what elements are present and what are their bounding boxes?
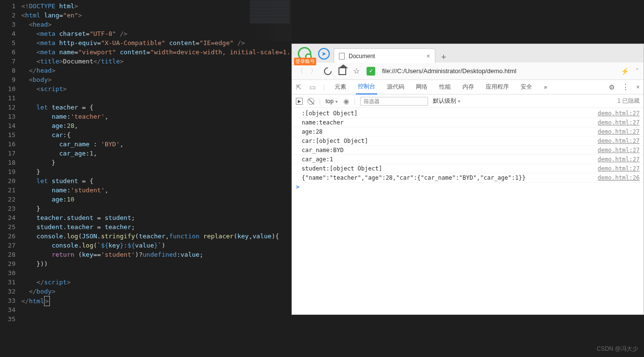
browser-window: 登录账号 ➤ Document × + 〈 〉 ☆ ✓ file:///C:/U…: [291, 44, 644, 315]
console-row[interactable]: car_name:BYDdemo.html:27: [292, 146, 644, 155]
console-output[interactable]: :[object Object]demo.html:27name:teacher…: [292, 108, 644, 314]
devtools-tab-元素[interactable]: 元素: [333, 80, 348, 94]
device-icon[interactable]: ▭: [309, 83, 316, 91]
console-source-link[interactable]: demo.html:27: [598, 128, 640, 135]
console-message: student:[object Object]: [302, 165, 598, 172]
browser-tab[interactable]: Document ×: [334, 48, 435, 63]
close-tab-icon[interactable]: ×: [427, 53, 430, 60]
play-icon[interactable]: ▶: [296, 98, 303, 105]
devtools-more[interactable]: »: [542, 80, 549, 94]
context-selector[interactable]: top: [325, 98, 338, 105]
url-bar: 〈 〉 ☆ ✓ file:///C:/Users/Administrator/D…: [292, 62, 644, 80]
devtools-close-icon[interactable]: ×: [636, 84, 640, 91]
new-tab-button[interactable]: +: [441, 52, 446, 62]
log-level-selector[interactable]: 默认级别: [433, 97, 461, 105]
filter-input[interactable]: [360, 97, 428, 106]
console-message: age:28: [302, 128, 598, 135]
compass-icon[interactable]: ➤: [318, 48, 330, 60]
code-area[interactable]: <!DOCTYPE html><html lang="en"> <head> <…: [21, 0, 291, 357]
console-row[interactable]: student:[object Object]demo.html:27: [292, 164, 644, 173]
minimap[interactable]: [248, 0, 291, 41]
reload-icon[interactable]: [322, 65, 334, 77]
console-source-link[interactable]: demo.html:27: [598, 110, 640, 117]
devtools-tab-控制台[interactable]: 控制台: [356, 80, 377, 94]
devtools-tab-性能[interactable]: 性能: [437, 80, 453, 94]
eye-icon[interactable]: ◉: [343, 97, 349, 105]
console-message: {"name":"teacher","age":28,"car":{"car_n…: [302, 174, 598, 181]
console-message: car_age:1: [302, 156, 598, 163]
login-badge[interactable]: 登录账号: [294, 58, 316, 65]
file-icon: [339, 53, 345, 60]
devtools-tab-网络[interactable]: 网络: [414, 80, 429, 94]
hidden-count[interactable]: 1 已隐藏: [617, 97, 640, 105]
url-text[interactable]: file:///C:/Users/Administrator/Desktop/d…: [382, 67, 614, 75]
console-row[interactable]: car_age:1demo.html:27: [292, 155, 644, 164]
forward-button: 〉: [310, 67, 317, 76]
watermark: CSDN @冯大少: [597, 345, 638, 353]
console-row[interactable]: car:[object Object]demo.html:27: [292, 137, 644, 146]
devtools-panel: ⇱ ▭ | 元素控制台源代码网络性能内存应用程序安全 » ⚙ ⋮ × ▶ | t…: [292, 80, 644, 314]
console-source-link[interactable]: demo.html:27: [598, 147, 640, 154]
devtools-tab-安全[interactable]: 安全: [519, 80, 534, 94]
kebab-icon[interactable]: ⋮: [622, 82, 629, 92]
console-source-link[interactable]: demo.html:27: [598, 119, 640, 126]
clear-console-icon[interactable]: [307, 98, 314, 105]
console-source-link[interactable]: demo.html:26: [598, 174, 640, 181]
console-row[interactable]: {"name":"teacher","age":28,"car":{"car_n…: [292, 173, 644, 183]
gear-icon[interactable]: ⚙: [609, 83, 615, 91]
console-source-link[interactable]: demo.html:27: [598, 138, 640, 144]
code-editor[interactable]: 1234567891011121314151617181920212223242…: [0, 0, 291, 357]
browser-tabbar: 登录账号 ➤ Document × +: [292, 44, 644, 62]
console-message: :[object Object]: [302, 110, 598, 117]
console-source-link[interactable]: demo.html:27: [598, 165, 640, 172]
console-message: name:teacher: [302, 119, 598, 126]
console-row[interactable]: age:28demo.html:27: [292, 127, 644, 137]
favorite-icon[interactable]: ☆: [353, 66, 360, 76]
home-icon[interactable]: [338, 67, 346, 75]
console-prompt[interactable]: >: [292, 183, 644, 191]
console-toolbar: ▶ | top ◉ | 默认级别 1 已隐藏: [292, 94, 644, 108]
console-row[interactable]: :[object Object]demo.html:27: [292, 109, 644, 118]
shield-icon[interactable]: ✓: [367, 67, 375, 76]
line-gutter: 1234567891011121314151617181920212223242…: [0, 0, 21, 357]
console-row[interactable]: name:teacherdemo.html:27: [292, 118, 644, 127]
console-source-link[interactable]: demo.html:27: [598, 156, 640, 163]
devtools-tab-应用程序[interactable]: 应用程序: [484, 80, 511, 94]
devtools-tabs: ⇱ ▭ | 元素控制台源代码网络性能内存应用程序安全 » ⚙ ⋮ ×: [292, 80, 644, 94]
devtools-tab-源代码[interactable]: 源代码: [385, 80, 406, 94]
back-button[interactable]: 〈: [297, 67, 304, 76]
tab-title: Document: [349, 53, 375, 60]
console-message: car:[object Object]: [302, 138, 598, 144]
chevron-down-icon[interactable]: ˅: [636, 68, 639, 75]
console-message: car_name:BYD: [302, 147, 598, 154]
devtools-tab-内存[interactable]: 内存: [460, 80, 476, 94]
bolt-icon[interactable]: ⚡: [621, 67, 629, 75]
inspect-icon[interactable]: ⇱: [296, 83, 302, 91]
